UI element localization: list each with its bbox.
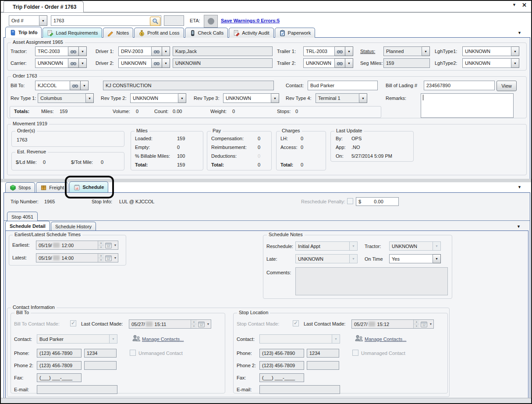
tab-notes[interactable]: Notes [103,28,133,38]
time-spinner[interactable]: ▲▼ [98,241,104,249]
lghtype1-value[interactable]: UNKNOWN [462,46,511,56]
tab-stops[interactable]: Stops [5,182,35,192]
carrier-binoculars-lookup[interactable] [68,58,79,68]
rev-type4-dropdown-button[interactable]: ▼ [359,93,367,103]
bill-to-phone2-field[interactable]: (123) 456-7809 [37,361,82,370]
driver1-dropdown-button[interactable]: ▼ [162,46,170,56]
reschedule-dropdown-button[interactable]: ▼ [350,241,358,251]
time-spinner[interactable]: ▲▼ [191,320,197,328]
driver2-dropdown-button[interactable]: ▼ [162,58,170,68]
date-dropdown-arrow[interactable]: ▼ [113,256,118,259]
tab-schedule[interactable]: Schedule [69,181,108,192]
stop-phone-ext-field[interactable]: 1234 [307,349,339,358]
close-icon[interactable]: ✕ [522,2,527,8]
stop-contact-made-checkbox[interactable] [293,320,299,326]
order-contact-field[interactable]: Bud Parker [308,81,378,90]
bill-to-dropdown-button[interactable]: ▼ [81,81,89,90]
stop-contact-value[interactable] [259,334,332,344]
tab-schedule-detail[interactable]: Schedule Detail [5,221,50,230]
trailer1-value[interactable]: TRL-2003 [303,46,335,56]
rev-type1-value[interactable]: Columbus [38,93,86,103]
trailer1-dropdown-button[interactable]: ▼ [345,46,353,56]
calendar-picker-button[interactable] [420,320,428,328]
stop-unmanaged-checkbox[interactable] [352,350,358,356]
tab-trip-info[interactable]: Trip Info [5,27,42,38]
seg-miles-field[interactable]: 159 [383,58,430,68]
stop-contact-dropdown-button[interactable]: ▼ [332,334,340,344]
date-dropdown-arrow[interactable]: ▼ [206,322,211,326]
remarks-textarea[interactable] [421,93,514,118]
bill-to-phone-field[interactable]: (123) 456-7890 [37,349,82,358]
bill-to-contact-value[interactable]: Bud Parker [37,334,110,344]
driver2-value[interactable]: UNKNOWN [118,58,152,68]
status-link-label[interactable]: Status: [360,49,375,54]
notes-tractor-value[interactable]: UNKNOWN [389,241,433,251]
reschedule-penalty-field[interactable]: $0.00 [356,197,399,206]
trailer2-value[interactable]: UNKNOWN [303,58,335,68]
lghtype2-dropdown-button[interactable]: ▼ [511,58,519,68]
time-spinner[interactable]: ▲▼ [98,254,104,262]
tractor-dropdown-button[interactable]: ▼ [79,46,87,56]
lghtype1-dropdown-button[interactable]: ▼ [511,46,519,56]
bill-to-fax-field[interactable]: (___) ___-____ [37,373,82,382]
carrier-dropdown-button[interactable]: ▼ [79,58,87,68]
driver1-binoculars-lookup[interactable] [152,46,162,56]
tab-stop-4051[interactable]: Stop 4051 [7,212,38,221]
date-dropdown-arrow[interactable]: ▼ [113,244,118,247]
lower-tab-overflow-arrow[interactable]: ▼ [518,185,521,189]
rev-type1-dropdown-button[interactable]: ▼ [86,93,94,103]
bill-to-phone2-ext-field[interactable] [84,361,117,370]
status-dropdown-button[interactable]: ▼ [422,46,430,56]
driver2-binoculars-lookup[interactable] [152,58,162,68]
order-search-field[interactable]: 1763 [51,15,161,26]
bill-to-unmanaged-checkbox[interactable] [130,350,136,356]
date-dropdown-arrow[interactable]: ▼ [428,322,433,326]
stop-phone2-field[interactable]: (123) 456-7809 [259,361,304,370]
save-warnings-link[interactable]: Save Warnings:0 Errors:5 [221,18,280,23]
bill-to-contact-dropdown-button[interactable]: ▼ [110,334,117,344]
rev-type3-value[interactable]: UNKNOWN [223,93,271,103]
stop-phone-field[interactable]: (123) 456-7890 [259,349,304,358]
tab-load-requirements[interactable]: Load Requirements [43,28,102,38]
comments-textarea[interactable] [295,267,448,295]
bill-to-contact-made-checkbox[interactable] [70,320,76,326]
stop-manage-contacts-link[interactable]: Manage Contacts... [365,337,406,342]
bill-to-binoculars-lookup[interactable] [70,81,81,90]
carrier-value[interactable]: UNKNOWN [35,58,68,68]
main-tab-overflow-arrow[interactable]: ▼ [518,31,521,35]
rev-type4-value[interactable]: Terminal 1 [316,93,359,103]
driver1-name-field[interactable]: Karp,Jack [173,46,273,56]
reschedule-penalty-checkbox[interactable] [347,198,353,204]
trailer2-binoculars-lookup[interactable] [335,58,345,68]
calendar-picker-button[interactable] [197,320,205,328]
bill-to-name-field[interactable]: KJ CONSTRUCTION [103,81,274,90]
tractor-value[interactable]: TRC-2003 [35,46,68,56]
bill-to-phone-ext-field[interactable]: 1234 [84,349,117,358]
aux-readonly-field[interactable] [164,15,184,26]
bill-to-manage-contacts-link[interactable]: Manage Contacts... [142,337,184,342]
order-type-dropdown-button[interactable]: ▼ [39,15,47,26]
rev-type3-dropdown-button[interactable]: ▼ [271,93,279,103]
tab-activity-audit[interactable]: Activity Audit [229,28,273,38]
stop-fax-field[interactable]: (___) ___-____ [259,373,304,382]
earliest-datetime-field[interactable]: 05/19/ 12:00 ▲▼ ▼ [36,241,118,250]
search-button[interactable] [150,17,160,26]
status-value[interactable]: Planned [383,46,422,56]
tractor-binoculars-lookup[interactable] [68,46,79,56]
stop-phone2-ext-field[interactable] [307,361,339,370]
bill-to-email-field[interactable] [37,385,117,394]
notes-tractor-dropdown-button[interactable]: ▼ [433,241,441,251]
tab-schedule-history[interactable]: Schedule History [51,222,96,230]
order-type-value[interactable]: Ord # [9,15,39,26]
on-time-dropdown-button[interactable]: ▼ [433,254,441,263]
stop-last-contact-datetime[interactable]: 05/27/ 15:12 ▲▼ ▼ [351,319,434,329]
trailer2-dropdown-button[interactable]: ▼ [345,58,353,68]
tab-paperwork[interactable]: Paperwork [275,28,316,38]
calendar-picker-button[interactable] [104,241,112,249]
bill-to-last-contact-datetime[interactable]: 05/27/ 15:11 ▲▼ ▼ [129,319,211,329]
on-time-value[interactable]: Yes [389,254,433,263]
time-spinner[interactable]: ▲▼ [413,320,419,328]
driver2-name-field[interactable]: UNKNOWN [173,58,273,68]
rev-type2-dropdown-button[interactable]: ▼ [178,93,186,103]
tab-freight[interactable]: Freight [36,182,68,192]
